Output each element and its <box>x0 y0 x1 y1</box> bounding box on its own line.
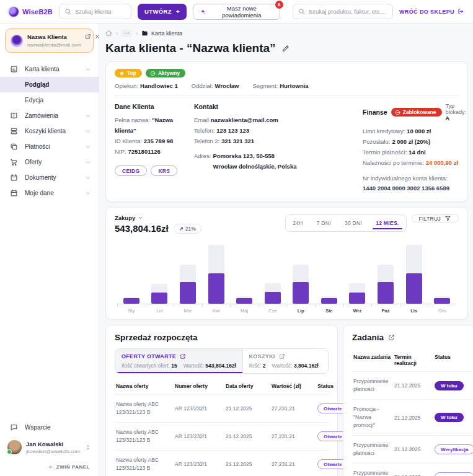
app-logo[interactable]: WiseB2B <box>9 7 53 17</box>
breadcrumb-ellipsis[interactable]: ⋯ <box>122 30 132 37</box>
task-status-badge[interactable]: Weryfikacja <box>435 444 473 454</box>
tasks-table: Nazwa zadaniaTermin realizacjiStatus Prz… <box>352 348 473 476</box>
bar-area <box>146 242 174 304</box>
global-search-input[interactable] <box>309 8 387 15</box>
breadcrumb-current[interactable]: Karta klienta <box>141 30 182 37</box>
sales-tab-koszyki[interactable]: KOSZYKI Ilość: 2Wartość: 3,804.16zł <box>242 349 328 373</box>
range-12-mies[interactable]: 12 MIES. <box>369 215 405 231</box>
sales-started-title: Sprzedaż rozpoczęta <box>115 333 329 342</box>
sales-tab-oferty-otwarte[interactable]: OFERTY OTWARTE Ilość otwartych ofert: 15… <box>115 349 242 373</box>
client-search[interactable] <box>59 4 131 19</box>
sidebar-item-oferty[interactable]: Oferty <box>0 154 99 170</box>
trend-badge: ↗ 21% <box>174 224 201 234</box>
bar-group-lip[interactable]: Lip <box>286 242 315 314</box>
registry-link-ceidg[interactable]: CEIDG <box>115 165 147 176</box>
bar-group-wrz[interactable]: Wrz <box>343 242 372 314</box>
bar-group-paz[interactable]: Paź <box>371 242 400 314</box>
bar-group-sie[interactable]: Sie <box>315 242 343 314</box>
notification-count-badge: 6 <box>275 1 283 9</box>
sidebar-item-support[interactable]: Wsparcie <box>0 418 99 436</box>
sidebar-item-koszyki-klienta[interactable]: Koszyki klienta <box>0 123 99 139</box>
offer-row[interactable]: Nazwa oferty ABC 123/321/123 B AR 123/23… <box>115 422 329 450</box>
sidebar-item-zamowienia[interactable]: Zamówienia <box>0 108 99 123</box>
task-status-badge[interactable]: W toku <box>435 381 464 390</box>
purchases-dropdown[interactable]: Zakupy <box>115 214 201 221</box>
sidebar-item-label: Koszyki klienta <box>25 128 66 134</box>
task-row[interactable]: Przypomnienie płatności 21.12.2025 Weryf… <box>352 435 473 463</box>
external-link-icon <box>180 353 186 359</box>
bar-group-lut[interactable]: Lut <box>146 242 174 314</box>
address-line1: Pomorska 123, 50-558 <box>213 152 274 159</box>
filter-button[interactable]: FILTRUJ <box>412 214 459 223</box>
plus-icon: + <box>176 8 180 15</box>
bar-group-mar[interactable]: Mar <box>174 242 202 314</box>
sidebar-item-podglad[interactable]: Podgląd <box>0 77 99 92</box>
sidebar-item-label: Oferty <box>25 159 42 165</box>
bar-value <box>349 293 365 304</box>
logout-icon <box>458 8 464 15</box>
offer-row[interactable]: Nazwa oferty ABC 123/321/123 B AR 123/23… <box>115 394 329 422</box>
bar-group-cze[interactable]: Cze <box>259 242 287 314</box>
bar-area <box>371 242 400 304</box>
client-info-card: Top Aktywny Opiekun:Handlowiec 1Oddział:… <box>105 61 468 202</box>
notifications-button[interactable]: Masz nowe powiadomienia 6 <box>193 4 280 20</box>
folder-icon <box>141 30 148 37</box>
edit-icon[interactable] <box>281 44 290 53</box>
range-24h[interactable]: 24H <box>286 215 310 231</box>
global-search[interactable] <box>293 4 393 19</box>
time-range-group: 24H7 DNI30 DNI12 MIES. <box>285 214 406 232</box>
offer-row[interactable]: Nazwa oferty ABC 123/321/123 B AR 123/23… <box>115 450 329 476</box>
task-row[interactable]: Przypomnienie płatności 21.12.2025 W tok… <box>352 371 473 399</box>
meta-oddzia: Oddział:Wrocław <box>192 82 239 89</box>
bar-label: Mar <box>183 308 192 314</box>
client-avatar <box>11 35 23 47</box>
client-account-number: Nr indywidualnego konta klienta: 1440 20… <box>363 174 466 193</box>
bar-group-maj[interactable]: Maj <box>230 242 259 314</box>
sidebar-item-p-atnosci[interactable]: Płatności <box>0 139 99 154</box>
sidebar-item-dokumenty[interactable]: Dokumenty <box>0 170 99 185</box>
create-button[interactable]: UTWÓRZ + <box>138 4 187 20</box>
client-search-input[interactable] <box>75 8 126 15</box>
client-card-email: nazwaklienta@mail.com <box>27 42 81 48</box>
range-30-dni[interactable]: 30 DNI <box>338 215 369 231</box>
bar-area <box>202 242 231 304</box>
calendar-icon <box>10 189 18 197</box>
external-link-icon[interactable] <box>388 334 395 341</box>
bar-area <box>400 242 428 304</box>
home-icon[interactable] <box>105 30 112 37</box>
registry-link-krs[interactable]: KRS <box>151 165 177 176</box>
contact-column: Kontakt Emailnazwaklienta@mail.comTelefo… <box>194 103 363 193</box>
task-row[interactable]: Przypomnienie płatności 21.12.2025 Weryf… <box>352 463 473 476</box>
external-link-icon[interactable] <box>85 33 91 40</box>
bar-area <box>286 242 315 304</box>
tasks-title: Zadania <box>352 333 473 342</box>
sidebar-item-label: Moje dane <box>25 190 54 196</box>
field-nip: NIP:7251801126 <box>115 146 194 157</box>
range-7-dni[interactable]: 7 DNI <box>310 215 338 231</box>
sparkle-icon <box>200 8 206 15</box>
user-email: jkowalski@wiseb2b.com <box>26 449 80 454</box>
bar-group-lis[interactable]: Lis <box>400 242 428 314</box>
task-status-badge[interactable]: Weryfikacja <box>435 472 473 476</box>
blocked-badge: Zablokowane <box>391 108 442 117</box>
collapse-panel-button[interactable]: ZWIŃ PANEL <box>0 458 99 471</box>
user-menu[interactable]: Jan Kowalski jkowalski@wiseb2b.com <box>0 436 99 458</box>
bar-group-gru[interactable]: Gru <box>428 242 456 314</box>
bar-group-kwi[interactable]: Kwi <box>202 242 231 314</box>
sidebar-item-karta-klienta[interactable]: Karta klienta <box>0 61 99 77</box>
meta-opiekun: Opiekun:Handlowiec 1 <box>115 82 178 89</box>
chat-icon <box>10 423 18 431</box>
task-status-badge[interactable]: W toku <box>435 413 464 422</box>
purchases-chart-card: Zakupy 543,804.16zł ↗ 21% 24H7 DNI30 DNI… <box>105 207 468 320</box>
field-telefon: Telefon:123 123 123 <box>194 125 363 136</box>
sidebar-item-edycja[interactable]: Edycja <box>0 92 99 108</box>
chevron-down-icon <box>85 175 91 181</box>
bar-area <box>259 242 287 304</box>
back-to-shop-link[interactable]: WRÓĆ DO SKLEPU <box>399 8 464 15</box>
sidebar-item-moje-dane[interactable]: Moje dane <box>0 185 99 201</box>
table-header: Nazwa zadaniaTermin realizacjiStatus <box>352 348 473 371</box>
field-pozosta-o: Pozostało:2 000 zł (20%) <box>363 136 466 147</box>
bar-group-sty[interactable]: Sty <box>117 242 146 314</box>
task-row[interactable]: Promocja - "Nazwa promocji" 21.12.2025 W… <box>352 399 473 435</box>
bar-value <box>321 298 337 304</box>
